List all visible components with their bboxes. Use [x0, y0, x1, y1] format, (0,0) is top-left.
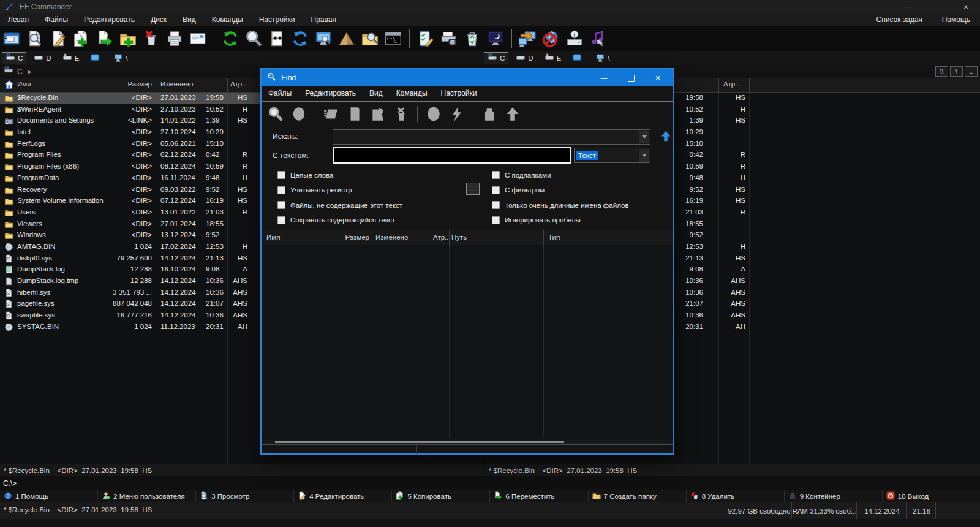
drive-button-e[interactable]: E	[541, 52, 565, 64]
drive-button-d[interactable]: D	[512, 52, 537, 64]
multimedia-icon[interactable]	[589, 29, 607, 48]
find-checkbox-right-0[interactable]: С подпапками	[487, 171, 551, 179]
text-type-select[interactable]: Текст	[574, 148, 650, 163]
find-column-header-4[interactable]: Путь	[451, 233, 467, 241]
fn-button-8[interactable]: 8 Удалить	[686, 490, 784, 502]
checkbox-box[interactable]	[492, 201, 500, 209]
find-results-hscrollbar[interactable]	[264, 440, 670, 444]
column-header-attr[interactable]: Атр...	[230, 80, 248, 88]
hscrollbar-thumb[interactable]	[275, 441, 564, 443]
checkbox-box[interactable]	[277, 171, 285, 179]
find-result-icon[interactable]	[424, 105, 443, 123]
find-files-icon[interactable]	[361, 29, 379, 48]
find-up-icon[interactable]	[503, 105, 522, 123]
find-checkbox-right-3[interactable]: Игнорировать пробелы	[487, 216, 581, 224]
find-menu-item-1[interactable]: Редактировать	[298, 89, 363, 97]
find-checkbox-left-1[interactable]: Учитывать регистр	[273, 186, 352, 194]
drive-button-c[interactable]: C	[484, 52, 508, 64]
find-doc-icon[interactable]	[345, 105, 364, 123]
column-header-attr[interactable]: Атр...	[723, 80, 741, 88]
fn-button-5[interactable]: 5 Копировать	[391, 490, 489, 502]
fn-button-9[interactable]: 9 Контейнер	[784, 490, 882, 502]
checkbox-box[interactable]	[277, 201, 285, 209]
column-header-modified[interactable]: Изменено	[160, 80, 193, 88]
breadcrumb[interactable]: C: ▶	[4, 66, 32, 77]
find-checkbox-right-2[interactable]: Только очень длинные имена файлов	[487, 201, 629, 209]
find-maximize-button[interactable]	[617, 69, 644, 86]
find-checkbox-left-3[interactable]: Сохранять содержащийся текст	[273, 216, 395, 224]
find-column-header-2[interactable]: Изменено	[375, 233, 408, 241]
move-files-icon[interactable]	[96, 29, 114, 48]
nav-button-0[interactable]: \\	[935, 66, 948, 77]
drive-button-e[interactable]: E	[59, 52, 83, 64]
search-icon[interactable]	[244, 29, 263, 48]
menu-item-1[interactable]: Файлы	[37, 15, 76, 24]
column-header-name[interactable]: Имя	[17, 80, 31, 88]
drive-button-c[interactable]: C	[2, 52, 26, 64]
fn-button-3[interactable]: 3 Просмотр	[195, 490, 293, 502]
find-menu-item-2[interactable]: Вид	[363, 89, 390, 97]
find-column-header-1[interactable]: Размер	[334, 233, 369, 241]
find-panel-icon[interactable]	[322, 105, 341, 123]
find-checkbox-right-1[interactable]: С фильтром	[487, 186, 545, 194]
sync-icon[interactable]	[291, 29, 309, 48]
find-folder-icon[interactable]	[369, 105, 387, 123]
find-results-list[interactable]	[262, 245, 673, 437]
menu-item-0[interactable]: Левая	[0, 15, 37, 24]
fn-button-1[interactable]: ?1 Помощь	[0, 490, 97, 502]
task-edit-icon[interactable]	[417, 29, 435, 48]
text-type-dropdown-button[interactable]	[639, 149, 649, 162]
pack-pyramid-icon[interactable]	[337, 29, 356, 48]
email-icon[interactable]	[189, 29, 207, 48]
fn-button-6[interactable]: 6 Переместить	[489, 490, 587, 502]
drive-info-icon[interactable]	[565, 29, 584, 48]
menu-item-6[interactable]: Настройки	[251, 15, 303, 24]
new-session-icon[interactable]	[2, 29, 21, 48]
network-button[interactable]: \	[110, 52, 131, 64]
find-checkbox-left-2[interactable]: Файлы, не содержащие этот текст	[273, 201, 402, 209]
net-connect-icon[interactable]	[519, 29, 537, 48]
nav-button-1[interactable]: \	[950, 66, 963, 77]
menu-item-right-0[interactable]: Список задач	[867, 15, 932, 24]
find-menu-item-3[interactable]: Команды	[390, 89, 434, 97]
checkbox-box[interactable]	[492, 186, 500, 194]
menu-item-3[interactable]: Диск	[143, 15, 175, 24]
find-dialog-titlebar[interactable]: Find — ✕	[262, 69, 673, 86]
checkbox-box[interactable]	[492, 171, 500, 179]
fn-button-10[interactable]: 10 Выход	[882, 490, 980, 502]
find-column-header-0[interactable]: Имя	[266, 233, 280, 241]
copy-files-icon[interactable]	[72, 29, 91, 48]
find-jar-icon[interactable]	[480, 105, 499, 123]
print-icon[interactable]	[165, 29, 184, 48]
maximize-button[interactable]	[924, 0, 952, 13]
find-column-header-5[interactable]: Тип	[548, 233, 560, 241]
menu-item-5[interactable]: Команды	[204, 15, 251, 24]
recycle-bin-icon[interactable]	[463, 29, 481, 48]
search-dropdown-button[interactable]	[639, 131, 649, 143]
new-folder-icon[interactable]	[119, 29, 137, 48]
fn-button-7[interactable]: 7 Создать папку	[588, 490, 686, 502]
fn-button-2[interactable]: 2 Меню пользователя	[97, 490, 195, 502]
filter-more-button[interactable]: ...	[466, 183, 480, 195]
edit-file-icon[interactable]	[49, 29, 67, 48]
fn-button-4[interactable]: 4 Редактировать	[293, 490, 391, 502]
delete-icon[interactable]	[142, 29, 160, 48]
quick-view-icon[interactable]	[314, 29, 333, 48]
find-trash-icon[interactable]	[392, 105, 410, 123]
find-oval-icon[interactable]	[290, 105, 308, 123]
checkbox-box[interactable]	[277, 216, 285, 224]
menu-item-2[interactable]: Редактировать	[76, 15, 143, 24]
checkbox-box[interactable]	[277, 186, 285, 194]
command-line[interactable]: C:\>	[0, 476, 980, 491]
find-close-button[interactable]: ✕	[644, 69, 671, 86]
close-button[interactable]: ✕	[952, 0, 980, 13]
terminal-icon[interactable]: C:\	[384, 29, 402, 48]
network-button[interactable]: \	[592, 52, 613, 64]
net-disconnect-icon[interactable]	[542, 29, 560, 48]
find-checkbox-left-0[interactable]: Целые слова	[273, 171, 333, 179]
desktop-button[interactable]	[86, 52, 106, 64]
find-menu-item-4[interactable]: Настройки	[434, 89, 484, 97]
screensaver-icon[interactable]	[486, 29, 505, 48]
menu-item-right-1[interactable]: Помощь	[932, 15, 980, 24]
scan-icon[interactable]	[440, 29, 458, 48]
